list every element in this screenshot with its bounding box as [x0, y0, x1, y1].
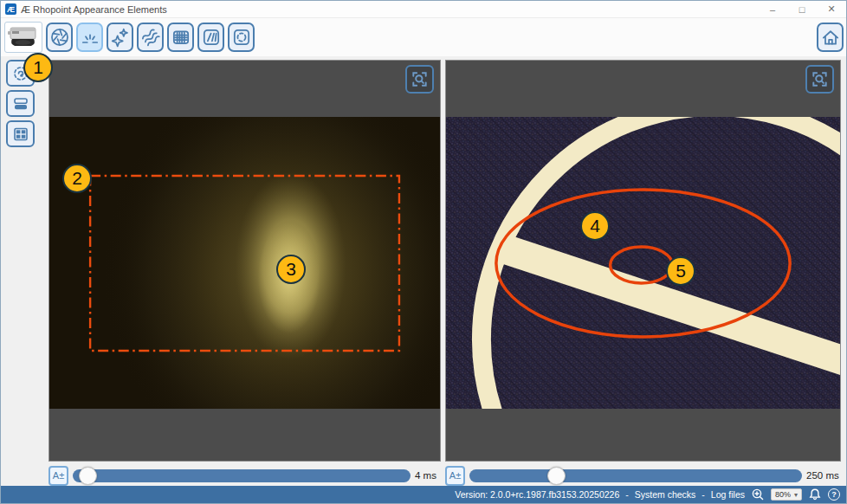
haze-ring-icon: [231, 27, 252, 48]
tool-aperture-button[interactable]: [46, 23, 73, 52]
right-panel-header: [446, 61, 840, 117]
annotation-badge-5: 5: [666, 256, 695, 286]
tool-distinctness-lines-button[interactable]: [197, 23, 224, 52]
split-view-icon: [11, 94, 30, 113]
close-button[interactable]: ✕: [817, 1, 846, 17]
right-slider-thumb[interactable]: [547, 467, 566, 485]
status-separator: -: [625, 489, 629, 500]
home-button[interactable]: [817, 23, 844, 52]
annotation-badge-2: 2: [62, 164, 92, 193]
zoom-to-fit-icon: [410, 69, 430, 89]
left-camera-image: [49, 117, 440, 409]
left-camera-panel: [48, 60, 441, 462]
statusbar: Version: 2.0.0+rc.1987.fb3153.20250226 -…: [1, 486, 846, 503]
titlebar: Æ Æ Rhopoint Appearance Elements – □ ✕: [1, 1, 846, 18]
zoom-to-fit-icon: [810, 69, 830, 89]
tool-sparkle-button[interactable]: [107, 23, 133, 52]
status-separator: -: [702, 489, 705, 500]
texture-waves-icon: [140, 27, 161, 48]
home-icon: [820, 27, 841, 48]
mesh-grid-icon: [171, 27, 191, 48]
notifications-bell-icon[interactable]: [808, 488, 822, 501]
tool-direct-light-button[interactable]: [76, 23, 103, 52]
maximize-button[interactable]: □: [787, 1, 817, 17]
chevron-down-icon: ▾: [794, 491, 798, 499]
window-controls: – □ ✕: [758, 1, 846, 17]
tool-haze-ring-button[interactable]: [228, 23, 255, 52]
left-zoom-to-fit-button[interactable]: [405, 65, 434, 94]
zoom-in-icon[interactable]: [751, 488, 765, 501]
grid-view-icon: [11, 125, 30, 144]
version-text: Version: 2.0.0+rc.1987.fb3153.20250226: [455, 489, 619, 500]
grid-view-button[interactable]: [6, 120, 35, 147]
help-question-icon[interactable]: ?: [828, 488, 840, 501]
right-zoom-to-fit-button[interactable]: [805, 65, 834, 94]
direct-light-icon: [80, 27, 100, 48]
left-exposure-slider[interactable]: [73, 469, 411, 482]
window-title: Æ Rhopoint Appearance Elements: [21, 4, 758, 15]
left-panel-footer: [49, 409, 440, 461]
tool-texture-waves-button[interactable]: [137, 23, 164, 52]
instrument-button[interactable]: [4, 22, 42, 53]
left-auto-exposure-button[interactable]: A±: [48, 466, 68, 486]
right-camera-image: [446, 117, 840, 409]
left-exposure-row: A± 4 ms: [48, 465, 441, 486]
right-auto-exposure-button[interactable]: A±: [445, 466, 465, 486]
left-panel-header: [49, 61, 440, 117]
system-checks-link[interactable]: System checks: [635, 489, 696, 500]
right-camera-panel: [445, 60, 841, 462]
left-slider-thumb[interactable]: [79, 467, 97, 485]
right-exposure-row: A± 250 ms: [445, 465, 841, 486]
aperture-icon: [49, 27, 70, 48]
right-exposure-value: 250 ms: [806, 470, 841, 481]
distinctness-lines-icon: [201, 27, 222, 48]
toolbar: [1, 18, 846, 56]
exposure-sliders: A± 4 ms A± 250 ms: [1, 465, 846, 486]
ui-zoom-value: 80%: [775, 490, 791, 499]
annotation-badge-4: 4: [580, 211, 610, 241]
annotation-badge-1: 1: [23, 53, 53, 82]
main-content: [1, 56, 846, 462]
left-exposure-value: 4 ms: [415, 470, 441, 481]
annotation-badge-3: 3: [276, 255, 306, 284]
app-window: Æ Æ Rhopoint Appearance Elements – □ ✕: [0, 0, 847, 504]
log-files-link[interactable]: Log files: [711, 489, 745, 500]
split-view-button[interactable]: [6, 90, 35, 117]
view-sidebar: [1, 60, 48, 462]
minimize-button[interactable]: –: [758, 1, 787, 17]
instrument-photo-icon: [7, 24, 40, 50]
app-icon: Æ: [5, 3, 16, 15]
right-panel-footer: [446, 409, 840, 461]
sparkle-icon: [110, 27, 131, 48]
ui-zoom-dropdown[interactable]: 80% ▾: [771, 488, 802, 501]
right-exposure-slider[interactable]: [469, 469, 802, 482]
tool-mesh-grid-button[interactable]: [167, 23, 194, 52]
